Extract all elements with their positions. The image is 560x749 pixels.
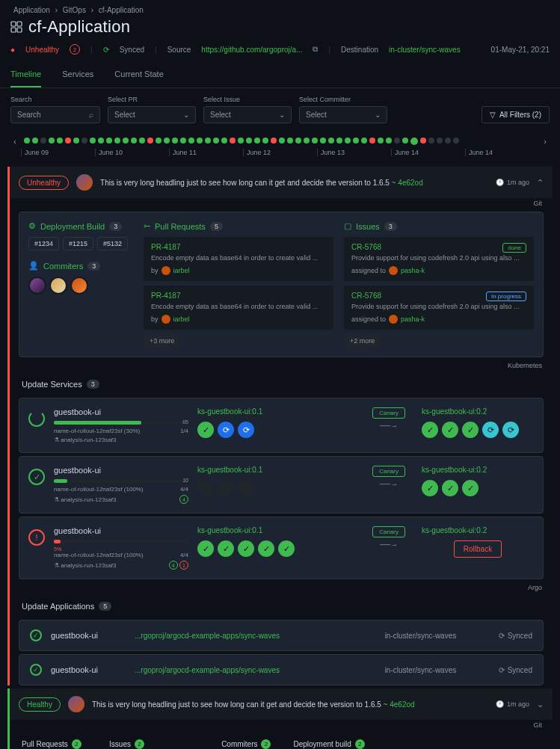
search-label: Search <box>10 96 100 103</box>
timeline-date: June 09 <box>21 149 95 156</box>
canary-tag: Canary <box>372 466 405 477</box>
build-chip[interactable]: #5132 <box>97 237 128 250</box>
arrow-icon: ──→ <box>380 422 398 430</box>
issue-card[interactable]: done CR-5768 Provide support for using c… <box>344 237 534 281</box>
breadcrumb-current: cf-Application <box>99 6 144 14</box>
filter-icon: ▽ <box>490 111 496 119</box>
committer-filter-label: Select Committer <box>299 96 387 103</box>
issue-filter-label: Select Issue <box>203 96 292 103</box>
committers-summary-title: Commiters2 <box>221 739 271 749</box>
chevron-down-icon: ⌄ <box>375 111 381 119</box>
chevron-down-icon: ⌄ <box>279 111 285 119</box>
pr-select[interactable]: Select ⌄ <box>108 106 196 123</box>
check-icon: ✓ <box>442 422 458 438</box>
sync-icon: ⟳ <box>499 632 505 640</box>
ks-label[interactable]: ks-guestbook-ui:0.1 <box>197 466 356 474</box>
tab-timeline[interactable]: Timeline <box>10 62 41 87</box>
sync-icon: ⟳ <box>218 422 234 438</box>
ks-label[interactable]: ks-guestbook-ui:0.2 <box>422 407 534 416</box>
ks-label[interactable]: ks-guestbook-ui:0.2 <box>422 466 534 474</box>
chevron-down-icon: ⌄ <box>183 111 189 119</box>
committer-select[interactable]: Select ⌄ <box>299 106 387 123</box>
issue-select[interactable]: Select ⌄ <box>203 106 292 123</box>
update-apps-title: Update Applications 5 <box>10 593 553 617</box>
section-git-label: Git <box>10 720 553 730</box>
search-icon: ⌕ <box>89 111 93 119</box>
count-badge: 4 <box>179 495 188 504</box>
check-icon: ✓ <box>442 480 458 496</box>
avatar <box>68 696 84 712</box>
build-chip[interactable]: #1215 <box>63 237 93 250</box>
collapse-button[interactable]: ⌃ <box>537 178 544 188</box>
time-ago: 🕐 1m ago <box>496 700 529 708</box>
timeline-date: June 13 <box>317 149 391 156</box>
breadcrumb-app[interactable]: Application <box>13 6 50 14</box>
avatar[interactable] <box>70 277 88 295</box>
health-pill: Unhealthy <box>19 176 69 190</box>
canary-tag: Canary <box>372 526 405 537</box>
breadcrumb-gitops[interactable]: GitOps <box>63 6 86 14</box>
deployment-build-title: ⚙ Deployment Build 3 <box>28 221 133 231</box>
check-icon: ✓ <box>422 422 438 438</box>
health-status: Unhealthy <box>25 46 59 54</box>
service-name[interactable]: guestbook-ui <box>54 466 188 475</box>
empty-icon: ● <box>197 480 214 496</box>
svg-rect-0 <box>11 22 16 26</box>
source-link[interactable]: https://github.com/argoproj/a... <box>201 46 302 54</box>
commit-hash[interactable]: 4e62od <box>390 700 414 709</box>
timeline-date: June 10 <box>95 149 169 156</box>
pr-icon: ⤚ <box>144 221 150 231</box>
issue-more-link[interactable]: +2 more <box>344 334 381 348</box>
service-card: ✓ guestbook-ui 10 name-of-rollout-12naf2… <box>19 456 544 514</box>
tab-services[interactable]: Services <box>62 62 93 87</box>
issue-icon: ▢ <box>344 221 351 231</box>
timeline-next[interactable]: › <box>541 137 550 146</box>
breadcrumb: Application › GitOps › cf-Application <box>0 0 560 17</box>
pr-filter-label: Select PR <box>108 96 196 103</box>
search-input[interactable]: Search ⌕ <box>10 106 100 123</box>
avatar[interactable] <box>28 277 46 295</box>
pr-more-link[interactable]: +3 more <box>144 334 180 348</box>
external-link-icon[interactable]: ⧉ <box>313 45 318 54</box>
source-label: Source <box>167 46 191 54</box>
timeline-date: June 12 <box>243 149 317 156</box>
issue-card[interactable]: In progress CR-5768 Provide support for … <box>344 286 534 330</box>
pr-card[interactable]: PR-4187 Encode empty data as base64 in o… <box>144 286 333 330</box>
arrow-icon: ──→ <box>380 540 398 549</box>
section-k8s-label: Kubernetes <box>10 360 553 371</box>
expand-button[interactable]: ⌄ <box>537 700 544 709</box>
timeline-dots[interactable] <box>24 138 537 145</box>
ks-label[interactable]: ks-guestbook-ui:0.1 <box>197 407 356 416</box>
all-filters-button[interactable]: ▽ All Filters (2) <box>481 106 550 123</box>
service-card: ! guestbook-ui 5% name-of-rollout-12naf2… <box>19 517 544 579</box>
sync-icon: ⟳ <box>103 46 109 54</box>
section-git-label: Git <box>10 198 553 209</box>
error-icon: ! <box>28 529 45 546</box>
time-ago: 🕐 1m ago <box>496 179 529 186</box>
service-name[interactable]: guestbook-ui <box>54 526 188 535</box>
empty-icon: ● <box>218 480 234 496</box>
page-title: cf-Application <box>28 17 130 37</box>
avatar[interactable] <box>49 277 67 295</box>
app-row[interactable]: ✓ guestbook-ui ...rgoproj/argocd-example… <box>19 620 544 651</box>
rocket-icon: ⚙ <box>28 221 36 231</box>
check-icon: ✓ <box>197 540 214 557</box>
health-pill: Healthy <box>19 697 61 712</box>
unhealthy-count[interactable]: 2 <box>70 44 80 55</box>
pr-summary-title: Pull Requests2 <box>22 739 87 749</box>
pr-card[interactable]: PR-4187 Encode empty data as base64 in o… <box>144 237 333 281</box>
commit-hash[interactable]: 4e62od <box>398 179 422 187</box>
svg-rect-2 <box>11 28 16 32</box>
rollback-button[interactable]: Rollback <box>454 540 502 558</box>
app-row[interactable]: ✓ guestbook-ui ...rgoproj/argocd-example… <box>19 654 544 685</box>
build-chip[interactable]: #1234 <box>28 237 59 250</box>
pull-requests-title: ⤚ Pull Requests 5 <box>144 221 333 231</box>
service-name[interactable]: guestbook-ui <box>54 407 188 416</box>
clock-icon: 🕐 <box>496 179 504 186</box>
arrow-icon: ──→ <box>380 480 398 488</box>
dest-value[interactable]: in-cluster/sync-waves <box>389 46 461 54</box>
ks-label[interactable]: ks-guestbook-ui:0.2 <box>422 526 534 534</box>
timeline-prev[interactable]: ‹ <box>10 137 19 146</box>
ks-label[interactable]: ks-guestbook-ui:0.1 <box>197 526 356 534</box>
tab-current-state[interactable]: Current State <box>114 62 163 87</box>
